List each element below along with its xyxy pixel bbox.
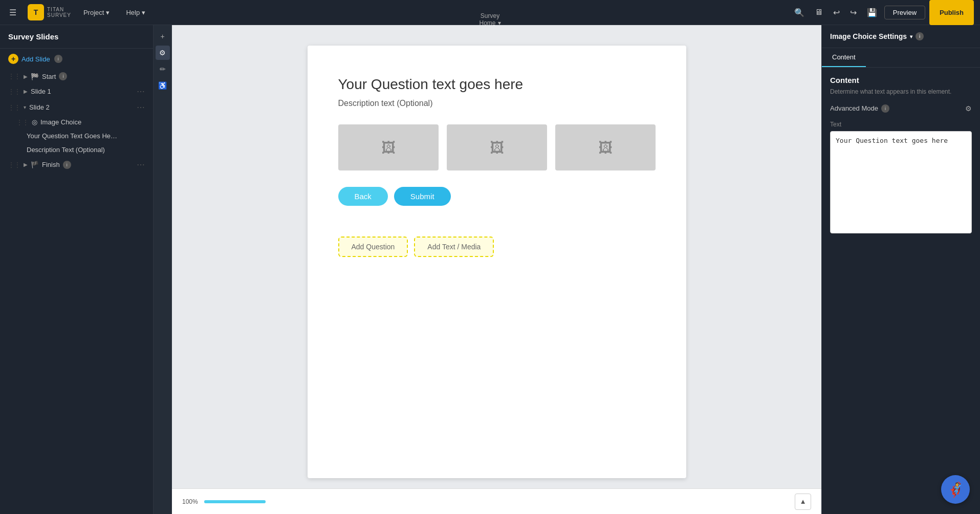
sidebar-item-label: Start [42, 73, 56, 80]
hamburger-menu[interactable]: ☰ [6, 6, 19, 19]
panel-info[interactable]: i [916, 32, 924, 40]
sidebar-item-slide2[interactable]: ⋮⋮ ▾ Slide 2 ⋯ [0, 99, 153, 115]
settings-tool-button[interactable]: ⚙ [156, 46, 170, 60]
sidebar-item-question-text[interactable]: Your Question Text Goes He… [0, 129, 153, 143]
image-placeholder-icon: 🖼 [381, 139, 396, 156]
question-desc: Description text (Optional) [338, 99, 656, 108]
preview-button[interactable]: Preview [884, 6, 925, 19]
add-slide-row: + Add Slide i [0, 49, 153, 69]
side-tools: + ⚙ ✏ ♿ [154, 25, 172, 514]
chevron-right-icon: ▶ [24, 162, 28, 167]
sidebar-title: Survey Slides [0, 25, 153, 49]
right-panel: Image Choice Settings ▾ i Content Conten… [821, 25, 980, 514]
advanced-mode-row: Advanced Mode i ⚙ [830, 104, 972, 113]
sidebar-item-slide1[interactable]: ⋮⋮ ▶ Slide 1 ⋯ [0, 83, 153, 99]
survey-home: Survey Home ▾ [479, 12, 500, 27]
sidebar-item-image-choice[interactable]: ⋮⋮ ◎ Image Choice [0, 115, 153, 129]
image-choices: 🖼 🖼 🖼 [338, 124, 656, 170]
more-options-icon[interactable]: ⋯ [137, 160, 145, 169]
scroll-up-button[interactable]: ▲ [795, 494, 811, 510]
help-menu[interactable]: Help ▾ [122, 7, 149, 18]
flag-icon: 🏁 [31, 73, 39, 80]
drag-handle: ⋮⋮ [8, 88, 20, 95]
redo-button[interactable]: ↪ [847, 6, 860, 19]
panel-title: Image Choice Settings ▾ i [830, 32, 924, 40]
slide-buttons: Back Submit [338, 187, 656, 206]
more-options-icon[interactable]: ⋯ [137, 87, 145, 96]
image-placeholder-icon: 🖼 [490, 139, 504, 156]
advanced-mode-label: Advanced Mode i [830, 104, 889, 113]
progress-bar [204, 500, 266, 503]
publish-button[interactable]: Publish [929, 0, 974, 25]
edit-tool-button[interactable]: ✏ [156, 62, 170, 76]
progress-label: 100% [182, 498, 198, 505]
sidebar-item-desc-text[interactable]: Description Text (Optional) [0, 143, 153, 157]
panel-section-desc: Determine what text appears in this elem… [830, 88, 972, 96]
sidebar-item-label: Slide 2 [29, 103, 50, 111]
accessibility-tool-button[interactable]: ♿ [156, 78, 170, 93]
question-title: Your Question text goes here [338, 76, 656, 93]
add-question-button[interactable]: Add Question [338, 237, 408, 257]
submit-button[interactable]: Submit [394, 187, 451, 206]
plus-icon: + [8, 54, 18, 64]
progress-bar-fill [204, 500, 266, 503]
help-avatar[interactable]: 🦸 [941, 475, 970, 504]
logo: T TITAN SURVEY [28, 4, 71, 20]
drag-handle: ⋮⋮ [8, 161, 20, 168]
drag-handle: ⋮⋮ [16, 119, 29, 126]
finish-flag-icon: 🏴 [31, 161, 39, 168]
chevron-down-icon: ▾ [142, 9, 145, 16]
slide-canvas: Your Question text goes here Description… [308, 46, 686, 478]
sidebar-item-start[interactable]: ⋮⋮ ▶ 🏁 Start i [0, 69, 153, 83]
image-choice-2[interactable]: 🖼 [447, 124, 547, 170]
top-nav: ☰ T TITAN SURVEY Project ▾ Help ▾ Survey… [0, 0, 980, 25]
drag-handle: ⋮⋮ [8, 104, 20, 111]
image-choice-1[interactable]: 🖼 [338, 124, 439, 170]
canvas-bottom: 100% ▲ [172, 488, 821, 514]
sidebar-item-label: Image Choice [40, 118, 81, 126]
item-info[interactable]: i [59, 72, 67, 80]
panel-section-title: Content [830, 76, 972, 84]
chevron-down-icon: ▾ [106, 9, 110, 16]
text-textarea[interactable] [830, 131, 972, 233]
project-menu[interactable]: Project ▾ [79, 7, 114, 18]
add-buttons: Add Question Add Text / Media [338, 237, 656, 257]
add-slide-info[interactable]: i [54, 55, 62, 63]
chevron-down-icon: ▾ [910, 34, 912, 39]
item-info[interactable]: i [63, 161, 71, 169]
add-text-button[interactable]: Add Text / Media [414, 237, 494, 257]
image-choice-3[interactable]: 🖼 [555, 124, 656, 170]
add-slide-button[interactable]: + Add Slide [8, 54, 50, 64]
image-placeholder-icon: 🖼 [598, 139, 613, 156]
search-button[interactable]: 🔍 [791, 6, 808, 19]
chevron-down-icon: ▾ [24, 104, 26, 110]
logo-icon: T [28, 4, 44, 20]
circle-icon: ◎ [32, 118, 37, 126]
logo-text: TITAN SURVEY [47, 7, 71, 18]
text-label: Text [830, 121, 972, 128]
sidebar-item-label: Your Question Text Goes He… [27, 132, 117, 140]
save-button[interactable]: 💾 [864, 6, 880, 19]
advanced-mode-info[interactable]: i [881, 104, 889, 113]
canvas-inner: Your Question text goes here Description… [172, 25, 821, 488]
chevron-right-icon: ▶ [24, 89, 28, 94]
sidebar-item-label: Description Text (Optional) [27, 146, 105, 154]
tab-content[interactable]: Content [822, 48, 866, 67]
undo-button[interactable]: ↩ [830, 6, 843, 19]
chevron-right-icon: ▶ [24, 74, 28, 79]
panel-content: Content Determine what text appears in t… [822, 68, 980, 514]
gear-icon[interactable]: ⚙ [965, 104, 972, 113]
drag-handle: ⋮⋮ [8, 73, 20, 80]
back-button[interactable]: Back [338, 187, 388, 206]
panel-tabs: Content [822, 48, 980, 68]
sidebar-item-finish[interactable]: ⋮⋮ ▶ 🏴 Finish i ⋯ [0, 157, 153, 173]
sidebar-item-label: Finish [42, 161, 60, 168]
canvas-area: Your Question text goes here Description… [172, 25, 821, 514]
device-preview-button[interactable]: 🖥 [812, 6, 826, 19]
panel-header: Image Choice Settings ▾ i [822, 25, 980, 48]
sidebar-item-label: Slide 1 [31, 88, 51, 95]
main-layout: Survey Slides + Add Slide i ⋮⋮ ▶ 🏁 Start… [0, 25, 980, 514]
more-options-icon[interactable]: ⋯ [137, 102, 145, 112]
sidebar: Survey Slides + Add Slide i ⋮⋮ ▶ 🏁 Start… [0, 25, 154, 514]
add-tool-button[interactable]: + [156, 29, 170, 44]
